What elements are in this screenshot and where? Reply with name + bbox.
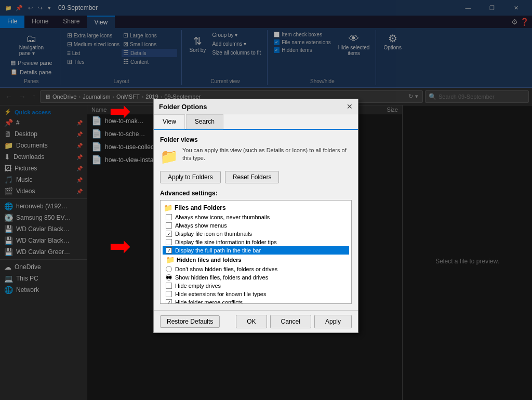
always-show-icons-item[interactable]: Always show icons, never thumbnails xyxy=(163,213,349,221)
display-full-path-item[interactable]: ✓ Display the full path in the title bar xyxy=(163,246,349,255)
display-file-icon-cb: ✓ xyxy=(166,231,172,237)
display-file-icon-item[interactable]: ✓ Display file icon on thumbnails xyxy=(163,230,349,238)
display-file-size-item[interactable]: Display file size information in folder … xyxy=(163,238,349,246)
always-show-menus-label: Always show menus xyxy=(175,222,227,229)
hide-folder-merge-cb: ✓ xyxy=(166,299,172,304)
dialog-footer: Restore Defaults OK Cancel Apply xyxy=(154,310,358,332)
files-and-folders-section: 📁 Files and Folders xyxy=(163,203,349,213)
dialog-title-text: Folder Options xyxy=(159,103,207,111)
advanced-settings-label: Advanced settings: xyxy=(160,190,352,197)
advanced-settings-list[interactable]: 📁 Files and Folders Always show icons, n… xyxy=(160,200,352,304)
folder-views-desc: 📁 You can apply this view (such as Detai… xyxy=(160,146,352,167)
dialog-body: Folder views 📁 You can apply this view (… xyxy=(154,130,358,310)
folder-views-label: Folder views xyxy=(160,136,352,143)
show-hidden-label: Show hidden files, folders and drives xyxy=(175,274,268,281)
ok-btn[interactable]: OK xyxy=(236,315,267,328)
cancel-btn[interactable]: Cancel xyxy=(270,315,311,328)
dialog-tab-view[interactable]: View xyxy=(154,114,185,129)
display-full-path-cb: ✓ xyxy=(166,247,172,254)
apply-btn[interactable]: Apply xyxy=(314,315,352,328)
dialog-tabs: View Search xyxy=(154,114,358,130)
show-hidden-item[interactable]: Show hidden files, folders and drives xyxy=(163,273,349,282)
hidden-files-section: 📁 Hidden files and folders xyxy=(163,255,349,265)
dialog-close-btn[interactable]: ✕ xyxy=(347,102,353,111)
folder-views-icon: 📁 xyxy=(160,146,178,167)
hide-folder-merge-item[interactable]: ✓ Hide folder merge conflicts xyxy=(163,298,349,304)
display-file-size-cb xyxy=(166,239,172,245)
always-show-menus-cb xyxy=(166,222,172,229)
apply-to-folders-btn[interactable]: Apply to Folders xyxy=(160,171,221,183)
section-folder-icon: 📁 xyxy=(164,204,172,212)
hidden-files-label: Hidden files and folders xyxy=(177,257,242,263)
hide-empty-drives-label: Hide empty drives xyxy=(175,283,221,289)
dialog-tab-search[interactable]: Search xyxy=(186,114,223,129)
dont-show-hidden-label: Don't show hidden files, folders or driv… xyxy=(175,266,277,272)
dialog-action-buttons: OK Cancel Apply xyxy=(236,315,352,328)
arrow-2: ➡ xyxy=(109,231,131,261)
arrow-1: ➡ xyxy=(109,96,131,126)
show-hidden-rb xyxy=(166,274,172,281)
hide-folder-merge-label: Hide folder merge conflicts xyxy=(175,299,243,304)
hide-extensions-cb xyxy=(166,291,172,297)
section-label: Files and Folders xyxy=(175,204,226,211)
folder-options-dialog: Folder Options ✕ View Search Folder view… xyxy=(153,99,358,333)
display-file-icon-label: Display file icon on thumbnails xyxy=(175,231,252,237)
dont-show-hidden-rb xyxy=(166,266,172,272)
folder-views-description: You can apply this view (such as Details… xyxy=(182,146,352,163)
always-show-menus-item[interactable]: Always show menus xyxy=(163,221,349,230)
hide-empty-drives-cb xyxy=(166,283,172,289)
hide-extensions-label: Hide extensions for known file types xyxy=(175,291,266,297)
hide-empty-drives-item[interactable]: Hide empty drives xyxy=(163,282,349,290)
hidden-files-icon: 📁 xyxy=(166,256,175,264)
always-show-icons-label: Always show icons, never thumbnails xyxy=(175,214,270,220)
always-show-icons-cb xyxy=(166,214,172,220)
hide-extensions-item[interactable]: Hide extensions for known file types xyxy=(163,290,349,298)
dialog-title-bar: Folder Options ✕ xyxy=(154,99,358,114)
dont-show-hidden-item[interactable]: Don't show hidden files, folders or driv… xyxy=(163,265,349,273)
display-file-size-label: Display file size information in folder … xyxy=(175,239,277,245)
reset-folders-btn[interactable]: Reset Folders xyxy=(225,171,280,183)
restore-defaults-btn[interactable]: Restore Defaults xyxy=(160,315,220,328)
folder-buttons: Apply to Folders Reset Folders xyxy=(160,171,352,183)
display-full-path-label: Display the full path in the title bar xyxy=(175,247,261,254)
